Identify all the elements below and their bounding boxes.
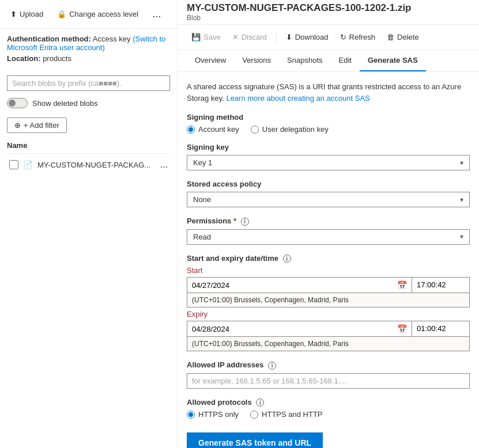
user-delegation-label: User delegation key — [262, 125, 329, 134]
https-and-http-option[interactable]: HTTPS and HTTP — [250, 410, 322, 419]
start-time-field[interactable] — [417, 280, 463, 289]
file-list-header: Name — [7, 138, 170, 154]
file-item: 📄 MY-CUSTOM-NUGET-PACKAG... ... — [7, 156, 170, 173]
account-key-radio[interactable] — [187, 126, 195, 134]
auth-section: Authentication method: Access key (Switc… — [0, 29, 177, 71]
file-name: MY-CUSTOM-NUGET-PACKAG... — [37, 161, 156, 169]
datetime-section: Start and expiry date/time i Start 📅 (UT… — [187, 254, 470, 352]
expiry-date-field[interactable] — [192, 325, 395, 333]
delete-button[interactable]: 🗑 Delete — [382, 29, 424, 45]
expiry-timezone: (UTC+01:00) Brussels, Copenhagen, Madrid… — [187, 337, 470, 351]
sas-content: A shared access signature (SAS) is a URI… — [178, 72, 479, 448]
allowed-ip-info-icon[interactable]: i — [268, 362, 276, 370]
expiry-time-field[interactable] — [417, 324, 463, 333]
protocols-radio-group: HTTPS only HTTPS and HTTP — [187, 410, 470, 419]
tab-generate-sas[interactable]: Generate SAS — [360, 50, 426, 71]
file-list: Name 📄 MY-CUSTOM-NUGET-PACKAG... ... — [0, 138, 177, 173]
column-name: Name — [7, 141, 27, 150]
download-button[interactable]: ⬇ Download — [281, 29, 333, 45]
expiry-calendar-icon[interactable]: 📅 — [397, 324, 407, 333]
user-delegation-radio[interactable] — [251, 126, 259, 134]
datetime-label: Start and expiry date/time i — [187, 254, 470, 263]
signing-key-arrow-icon: ▾ — [460, 159, 463, 167]
start-time-input — [412, 277, 470, 293]
toggle-slider — [7, 98, 28, 108]
signing-method-radio-group: Account key User delegation key — [187, 125, 470, 134]
signing-key-value: Key 1 — [193, 158, 212, 167]
start-date-field[interactable] — [192, 281, 395, 290]
permissions-dropdown[interactable]: Read ▾ — [187, 229, 470, 245]
show-deleted-section: Show deleted blobs — [0, 96, 177, 111]
file-more-button[interactable]: ... — [160, 160, 168, 170]
right-toolbar: 💾 Save ✕ Discard ⬇ Download ↻ Refresh 🗑 … — [178, 25, 479, 50]
https-only-option[interactable]: HTTPS only — [187, 410, 239, 419]
https-only-radio[interactable] — [187, 411, 195, 419]
https-and-http-radio[interactable] — [250, 411, 258, 419]
filter-icon: ⊕ — [14, 121, 21, 130]
left-toolbar: ⬆ Upload 🔒 Change access level ... — [0, 0, 177, 29]
generate-sas-button[interactable]: Generate SAS token and URL — [187, 432, 323, 448]
download-label: Download — [295, 33, 329, 41]
permissions-info-icon[interactable]: i — [241, 218, 249, 226]
allowed-protocols-section: Allowed protocols i HTTPS only HTTPS and… — [187, 398, 470, 419]
datetime-info-icon[interactable]: i — [283, 255, 291, 263]
add-filter-button[interactable]: ⊕ + Add filter — [7, 117, 67, 133]
https-and-http-label: HTTPS and HTTP — [262, 410, 322, 419]
file-icon: 📄 — [23, 160, 33, 169]
change-access-button[interactable]: 🔒 Change access level — [54, 7, 142, 21]
refresh-label: Refresh — [349, 33, 376, 41]
start-label: Start — [187, 266, 470, 275]
generate-btn-label: Generate SAS token and URL — [198, 438, 311, 447]
https-only-label: HTTPS only — [198, 410, 239, 419]
left-panel: ⬆ Upload 🔒 Change access level ... Authe… — [0, 0, 178, 448]
signing-key-section: Signing key Key 1 ▾ — [187, 143, 470, 170]
signing-method-label: Signing method — [187, 113, 470, 122]
start-section: Start 📅 (UTC+01:00) Brussels, Copenhagen… — [187, 266, 470, 307]
permissions-label: Permissions * i — [187, 217, 470, 226]
auth-method-value: Access key — [93, 35, 131, 43]
refresh-button[interactable]: ↻ Refresh — [335, 29, 380, 45]
search-box — [7, 75, 170, 91]
discard-button[interactable]: ✕ Discard — [228, 29, 271, 45]
stored-access-dropdown[interactable]: None ▾ — [187, 192, 470, 207]
allowed-ip-input[interactable] — [187, 373, 470, 389]
permissions-arrow-icon: ▾ — [460, 233, 463, 241]
blob-title: MY-CUSTOM-NUGET-PACKAGES-100-1202-1.zip — [187, 2, 470, 14]
delete-icon: 🗑 — [387, 33, 394, 41]
allowed-protocols-info-icon[interactable]: i — [256, 398, 264, 407]
permissions-value: Read — [193, 233, 211, 241]
blob-subtitle: Blob — [187, 14, 470, 22]
learn-more-link[interactable]: Learn more about creating an account SAS — [226, 94, 369, 102]
signing-key-label: Signing key — [187, 143, 470, 151]
show-deleted-label: Show deleted blobs — [32, 99, 97, 108]
save-button[interactable]: 💾 Save — [187, 29, 225, 45]
signing-key-dropdown[interactable]: Key 1 ▾ — [187, 155, 470, 170]
refresh-icon: ↻ — [340, 33, 346, 41]
right-panel: MY-CUSTOM-NUGET-PACKAGES-100-1202-1.zip … — [178, 0, 479, 448]
more-options-button[interactable]: ... — [149, 6, 164, 22]
tab-versions[interactable]: Versions — [234, 50, 279, 71]
stored-access-value: None — [193, 195, 211, 204]
permissions-section: Permissions * i Read ▾ — [187, 217, 470, 245]
start-date-input: 📅 — [187, 277, 412, 293]
discard-icon: ✕ — [232, 33, 239, 41]
save-label: Save — [203, 33, 221, 41]
auth-location-line: Location: products — [7, 54, 170, 63]
auth-method-line: Authentication method: Access key (Switc… — [7, 35, 170, 52]
download-icon: ⬇ — [286, 33, 292, 41]
start-calendar-icon[interactable]: 📅 — [397, 280, 407, 290]
tab-edit[interactable]: Edit — [331, 50, 360, 71]
file-checkbox[interactable] — [9, 160, 18, 169]
start-datetime-row: 📅 — [187, 277, 470, 293]
auth-method-label: Authentication method: — [7, 35, 91, 43]
add-filter-label: + Add filter — [24, 121, 59, 130]
upload-button[interactable]: ⬆ Upload — [7, 7, 47, 21]
search-input[interactable] — [7, 75, 170, 91]
tab-overview[interactable]: Overview — [187, 50, 234, 71]
tab-snapshots[interactable]: Snapshots — [279, 50, 330, 71]
allowed-ip-label: Allowed IP addresses i — [187, 360, 470, 370]
account-key-option[interactable]: Account key — [187, 125, 239, 134]
user-delegation-option[interactable]: User delegation key — [251, 125, 329, 134]
show-deleted-toggle[interactable] — [7, 98, 28, 108]
right-header: MY-CUSTOM-NUGET-PACKAGES-100-1202-1.zip … — [178, 0, 479, 25]
